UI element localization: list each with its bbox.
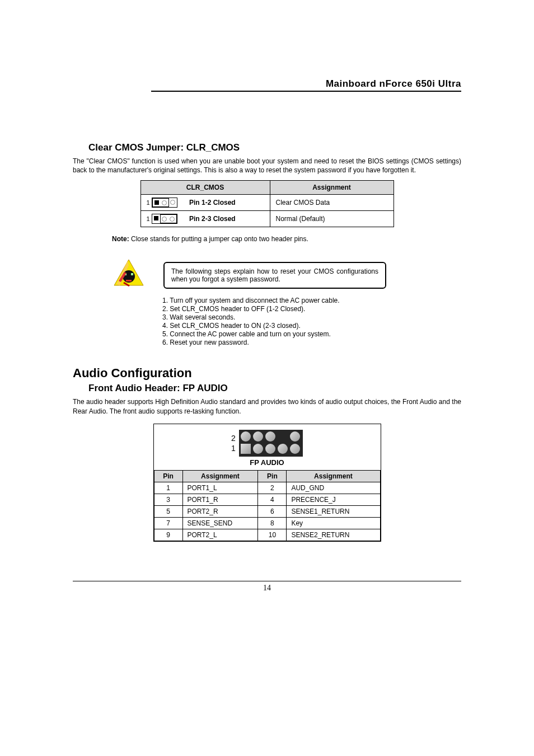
fp-audio-diagram: 2 1 FP AUDIO	[154, 424, 381, 470]
page-header: Mainboard nForce 650i Ultra	[151, 78, 461, 92]
pin-cell: 3	[154, 494, 182, 505]
header-connector-icon	[239, 430, 303, 457]
row2-label: Pin 2-3 Closed	[189, 215, 236, 223]
pin-cell: 10	[258, 529, 287, 541]
page-footer: 14	[73, 581, 461, 593]
pin-cell: 4	[258, 494, 287, 505]
fp-th-assign: Assignment	[287, 470, 380, 482]
step-6: 6. Reset your new password.	[162, 339, 461, 347]
note-text: Close stands for putting a jumper cap on…	[129, 235, 308, 243]
fp-th-pin: Pin	[154, 470, 182, 482]
assign-cell: SENSE2_RETURN	[287, 529, 380, 541]
clr-cmos-intro: The "Clear CMOS" function is used when y…	[73, 157, 461, 175]
fp-audio-block: 2 1 FP AUDIO Pin Assignment Pin Assignme…	[153, 424, 381, 542]
fp-th-assign: Assignment	[182, 470, 258, 482]
clr-cmos-table: CLR_CMOS Assignment 1 Pin 1-2 Closed Cle…	[140, 180, 394, 227]
fp-audio-table: Pin Assignment Pin Assignment 1 PORT1_L …	[154, 470, 381, 541]
assign-cell: PORT1_L	[182, 482, 258, 494]
table-row: 3 PORT1_R 4 PRECENCE_J	[154, 494, 380, 505]
step-3: 3. Wait several seconds.	[162, 313, 461, 322]
table-row: 5 PORT2_R 6 SENSE1_RETURN	[154, 505, 380, 517]
pin-cell: 8	[258, 517, 287, 529]
pin-cell: 1	[154, 482, 182, 494]
pin-cell: 2	[258, 482, 287, 494]
pin-cell: 6	[258, 505, 287, 517]
row1-label: Pin 1-2 Closed	[189, 199, 236, 206]
warning-box: The following steps explain how to reset…	[163, 262, 386, 289]
table-row: 7 SENSE_SEND 8 Key	[154, 517, 380, 529]
clr-note: Note: Close stands for putting a jumper …	[112, 235, 461, 243]
step-1: 1. Turn off your system and disconnect t…	[162, 297, 461, 305]
clr-cmos-heading: Clear CMOS Jumper: CLR_CMOS	[88, 142, 461, 153]
row2-assign: Normal (Default)	[270, 211, 394, 227]
pin-cell: 5	[154, 505, 182, 517]
note-bold: Note:	[112, 235, 129, 243]
fp-audio-label: FP AUDIO	[250, 458, 284, 467]
pin-one-label: 1	[147, 215, 150, 222]
clr-th-assign: Assignment	[270, 181, 394, 195]
pin-one-label: 1	[147, 199, 150, 206]
page-number: 14	[263, 584, 271, 592]
assign-cell: PORT2_L	[182, 529, 258, 541]
fp-th-pin: Pin	[258, 470, 287, 482]
pin-num-1: 1	[231, 443, 236, 453]
table-row: 9 PORT2_L 10 SENSE2_RETURN	[154, 529, 380, 541]
assign-cell: PORT1_R	[182, 494, 258, 505]
table-row: 1 PORT1_L 2 AUD_GND	[154, 482, 380, 494]
svg-rect-4	[131, 273, 133, 275]
row1-assign: Clear CMOS Data	[270, 195, 394, 211]
clr-th-name: CLR_CMOS	[140, 181, 270, 195]
audio-config-heading: Audio Configuration	[73, 366, 461, 381]
assign-cell: PORT2_R	[182, 505, 258, 517]
pin-num-2: 2	[231, 433, 236, 443]
pin-cell: 7	[154, 517, 182, 529]
assign-cell: PRECENCE_J	[287, 494, 380, 505]
assign-cell: SENSE_SEND	[182, 517, 258, 529]
reset-steps: 1. Turn off your system and disconnect t…	[162, 297, 461, 347]
pin-cell: 9	[154, 529, 182, 541]
audio-intro: The audio header supports High Definitio…	[73, 397, 461, 415]
assign-cell: SENSE1_RETURN	[287, 505, 380, 517]
assign-cell: AUD_GND	[287, 482, 380, 494]
fp-audio-heading: Front Audio Header: FP AUDIO	[88, 383, 461, 394]
svg-rect-5	[126, 280, 132, 281]
jumper-diagram-23: 1	[147, 214, 177, 224]
step-2: 2. Set CLR_CMOS header to OFF (1-2 Close…	[162, 305, 461, 313]
step-4: 4. Set CLR_CMOS header to ON (2-3 closed…	[162, 322, 461, 330]
step-5: 5. Connect the AC power cable and turn o…	[162, 330, 461, 339]
assign-cell: Key	[287, 517, 380, 529]
jumper-diagram-12: 1	[147, 198, 177, 208]
warning-icon	[112, 257, 146, 293]
